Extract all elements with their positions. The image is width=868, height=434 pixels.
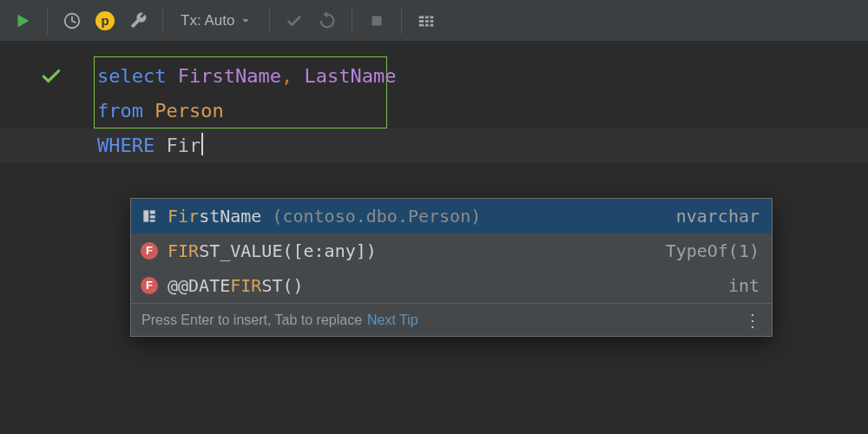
completion-hint-bar: Press Enter to insert, Tab to replace Ne… xyxy=(131,303,772,336)
chevron-down-icon xyxy=(240,15,252,27)
hint-text: Press Enter to insert, Tab to replace xyxy=(141,313,362,327)
history-button[interactable] xyxy=(56,5,88,36)
sql-editor[interactable]: select FirstName, LastName from Person W… xyxy=(0,42,868,59)
toolbar: p Tx: Auto xyxy=(0,0,868,42)
tx-mode-dropdown[interactable]: Tx: Auto xyxy=(172,13,260,28)
play-icon xyxy=(13,11,32,30)
kw-select: select xyxy=(97,65,166,87)
completion-item[interactable]: FirstName (contoso.dbo.Person) nvarchar xyxy=(131,199,772,233)
toolbar-separator xyxy=(352,8,352,34)
commit-button xyxy=(279,5,310,36)
completion-type: TypeOf(1) xyxy=(666,240,760,261)
completion-popup: FirstName (contoso.dbo.Person) nvarchar … xyxy=(130,198,773,337)
wrench-icon xyxy=(128,11,148,30)
gutter xyxy=(0,42,82,59)
settings-button[interactable] xyxy=(122,5,154,36)
kw-from: from xyxy=(97,100,143,122)
stop-button xyxy=(361,5,392,36)
profile-button[interactable]: p xyxy=(89,5,121,36)
svg-rect-6 xyxy=(429,16,431,26)
svg-rect-8 xyxy=(150,210,155,214)
more-menu-icon[interactable]: ⋮ xyxy=(744,317,761,324)
col-firstname: FirstName xyxy=(178,65,281,87)
kw-where: WHERE xyxy=(97,135,155,156)
svg-rect-7 xyxy=(143,210,148,221)
col-lastname: LastName xyxy=(304,65,396,87)
toolbar-separator xyxy=(162,8,163,34)
stop-icon xyxy=(367,11,386,30)
table-icon xyxy=(417,11,436,30)
tbl-person: Person xyxy=(155,100,223,122)
completion-label: @@DATEFIRST() xyxy=(168,275,304,296)
completion-label: FIRST_VALUE([e:any]) xyxy=(168,240,377,261)
history-icon xyxy=(62,11,82,30)
completion-item[interactable]: F FIRST_VALUE([e:any]) TypeOf(1) xyxy=(131,233,772,268)
p-badge-icon: p xyxy=(95,11,115,30)
comma: , xyxy=(281,65,293,87)
check-icon xyxy=(285,11,304,30)
tx-mode-label: Tx: Auto xyxy=(181,13,234,28)
statement-ok-icon xyxy=(40,64,62,91)
rollback-icon xyxy=(318,11,337,30)
svg-rect-9 xyxy=(150,215,155,218)
column-icon xyxy=(140,207,159,226)
completion-item[interactable]: F @@DATEFIRST() int xyxy=(131,268,772,303)
code-content[interactable]: select FirstName, LastName from Person W… xyxy=(97,59,396,163)
rollback-button xyxy=(312,5,343,36)
data-view-button[interactable] xyxy=(411,5,442,36)
function-icon: F xyxy=(140,276,159,295)
svg-rect-5 xyxy=(424,16,426,26)
svg-rect-10 xyxy=(150,220,155,222)
svg-rect-3 xyxy=(419,20,434,23)
svg-rect-1 xyxy=(372,16,382,25)
completion-type: nvarchar xyxy=(676,206,760,227)
text-caret xyxy=(201,133,203,155)
svg-rect-4 xyxy=(419,23,434,26)
toolbar-separator xyxy=(269,8,270,34)
typed-text: Fir xyxy=(166,135,201,156)
next-tip-link[interactable]: Next Tip xyxy=(367,313,418,327)
svg-rect-2 xyxy=(419,16,434,18)
completion-type: int xyxy=(728,275,760,296)
toolbar-separator xyxy=(47,8,48,34)
run-button[interactable] xyxy=(7,5,38,36)
function-icon: F xyxy=(140,241,159,260)
toolbar-separator xyxy=(401,8,402,34)
completion-label: FirstName (contoso.dbo.Person) xyxy=(168,206,481,227)
